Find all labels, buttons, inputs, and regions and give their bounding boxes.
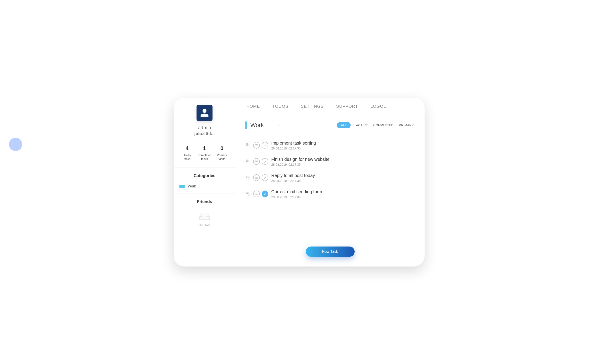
task-timestamp: 28.08.2019, 02:17:35 [271, 147, 316, 150]
minus-icon[interactable] [290, 123, 293, 127]
task-body: Correct mail sending form28.08.2019, 02:… [271, 189, 322, 199]
category-label: Work [188, 184, 196, 188]
category-color-swatch [179, 185, 185, 188]
person-icon [200, 108, 209, 117]
task-body: Implement task sorting28.08.2019, 02:17:… [271, 141, 316, 150]
task-body: Reply to all post today28.08.2019, 02:17… [271, 173, 315, 182]
top-nav: HOME TODOS SETTINGS SUPPORT LOGOUT [236, 98, 424, 114]
subtask-icon[interactable] [245, 174, 251, 181]
task-title: Finish design for new website [271, 157, 330, 162]
avatar[interactable] [197, 105, 213, 121]
friends-empty-state: No Data [174, 209, 236, 234]
task-list: Implement task sorting28.08.2019, 02:17:… [236, 133, 424, 202]
stat-value: 1 [203, 145, 206, 151]
task-title: Reply to all post today [271, 173, 315, 178]
nav-support[interactable]: SUPPORT [336, 104, 358, 109]
task-timestamp: 28.08.2019, 02:17:35 [271, 179, 315, 182]
bg-decor-circle [13, 4, 53, 44]
task-timestamp: 28.08.2019, 02:17:35 [271, 195, 322, 199]
list-title: Work [250, 122, 264, 129]
subtask-icon[interactable] [245, 190, 251, 197]
task-row: Finish design for new website28.08.2019,… [245, 153, 414, 169]
task-icon-group [245, 158, 268, 165]
new-task-bar: New Task [236, 247, 424, 266]
subtask-icon[interactable] [245, 142, 251, 149]
main-panel: HOME TODOS SETTINGS SUPPORT LOGOUT Work [236, 98, 424, 266]
plus-icon[interactable] [283, 123, 286, 127]
complete-toggle[interactable] [262, 142, 268, 149]
filter-completed[interactable]: COMPLETED [373, 124, 394, 127]
list-accent-bar [245, 122, 247, 129]
filter-all[interactable]: ALL [337, 122, 351, 128]
task-row: Implement task sorting28.08.2019, 02:17:… [245, 137, 414, 153]
details-icon[interactable] [253, 190, 260, 197]
new-task-button[interactable]: New Task [306, 247, 355, 257]
complete-toggle[interactable] [262, 158, 268, 165]
stat-label: Completed tasks [198, 153, 212, 161]
filter-active[interactable]: ACTIVE [356, 124, 368, 127]
bg-decor-circle [9, 138, 22, 151]
task-title: Implement task sorting [271, 141, 316, 146]
details-icon[interactable] [253, 142, 260, 149]
nav-home[interactable]: HOME [247, 104, 260, 109]
stat-todo: 4 To do tasks [179, 145, 196, 161]
stats-row: 4 To do tasks 1 Completed tasks 0 Primar… [174, 141, 236, 167]
list-title-tools [277, 123, 293, 127]
app-card: admin g.alex00@bk.ru 4 To do tasks 1 Com… [174, 98, 424, 266]
task-row: Correct mail sending form28.08.2019, 02:… [245, 186, 414, 202]
username: admin [198, 125, 211, 131]
bg-decor-circle [18, 75, 38, 96]
task-icon-group [245, 142, 268, 149]
stat-completed: 1 Completed tasks [196, 145, 213, 161]
task-icon-group [245, 190, 268, 197]
complete-toggle[interactable] [262, 190, 268, 197]
list-header: Work ALL ACTIVE COMPLETED PRIMARY [236, 114, 424, 133]
task-title: Correct mail sending form [271, 189, 322, 194]
complete-toggle[interactable] [262, 174, 268, 181]
stat-primary: 0 Primary tasks [213, 145, 231, 161]
details-icon[interactable] [253, 158, 260, 165]
nav-settings[interactable]: SETTINGS [301, 104, 324, 109]
subtask-icon[interactable] [245, 158, 251, 165]
profile-block: admin g.alex00@bk.ru [174, 98, 236, 141]
details-icon[interactable] [253, 174, 260, 181]
categories-heading: Categories [174, 167, 236, 183]
task-icon-group [245, 174, 268, 181]
nav-logout[interactable]: LOGOUT [370, 104, 390, 109]
chevron-down-icon[interactable] [277, 123, 280, 127]
stat-value: 4 [186, 145, 189, 151]
task-timestamp: 28.08.2019, 02:17:35 [271, 163, 330, 166]
bg-decor-circle [518, 297, 598, 364]
stat-label: To do tasks [184, 153, 191, 161]
inbox-icon [198, 211, 211, 221]
filter-bar: ALL ACTIVE COMPLETED PRIMARY [337, 122, 414, 128]
sidebar: admin g.alex00@bk.ru 4 To do tasks 1 Com… [174, 98, 236, 266]
task-row: Reply to all post today28.08.2019, 02:17… [245, 169, 414, 186]
empty-label: No Data [198, 223, 210, 227]
friends-heading: Friends [174, 193, 236, 209]
category-item-work[interactable]: Work [174, 183, 236, 193]
filter-primary[interactable]: PRIMARY [399, 124, 414, 127]
stat-label: Primary tasks [217, 153, 227, 161]
stat-value: 0 [221, 145, 223, 151]
user-email: g.alex00@bk.ru [194, 132, 216, 135]
task-body: Finish design for new website28.08.2019,… [271, 157, 330, 166]
nav-todos[interactable]: TODOS [273, 104, 289, 109]
